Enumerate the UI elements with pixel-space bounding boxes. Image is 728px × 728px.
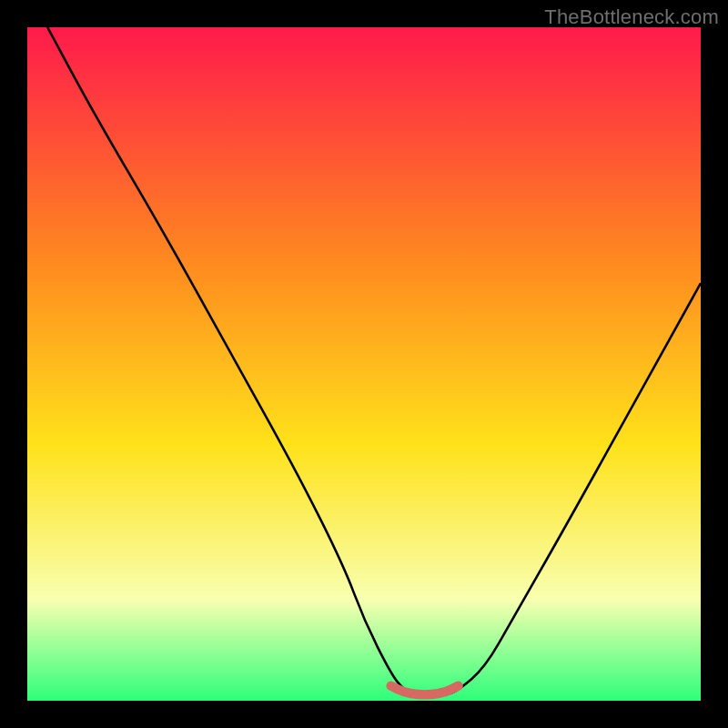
chart-frame: TheBottleneck.com (0, 0, 728, 728)
watermark-text: TheBottleneck.com (544, 5, 719, 29)
bottleneck-chart (27, 27, 701, 701)
gradient-background (27, 27, 701, 701)
